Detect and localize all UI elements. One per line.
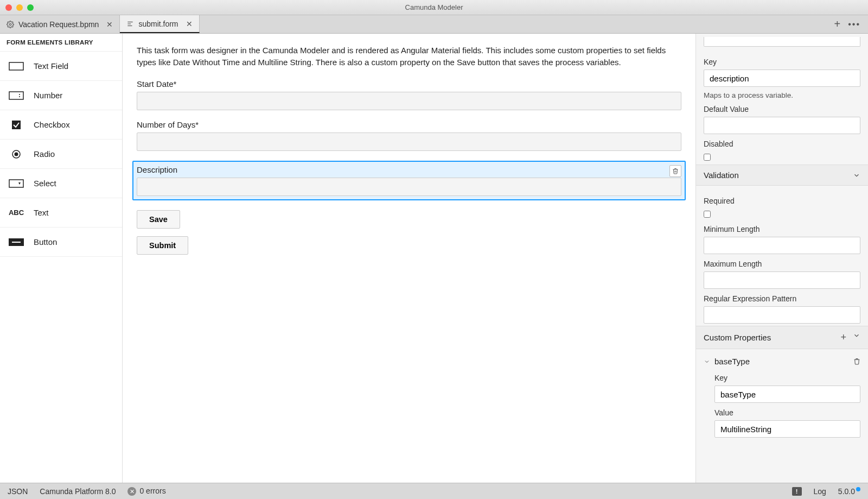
prop-maxlength-label: Maximum Length — [704, 260, 860, 268]
group-title: Validation — [704, 170, 739, 180]
svg-rect-5 — [9, 92, 23, 99]
prop-minlength-label: Minimum Length — [704, 225, 860, 233]
tab-vacation-request[interactable]: Vacation Request.bpmn ✕ — [0, 15, 120, 33]
palette-item-radio[interactable]: Radio — [0, 140, 122, 169]
prop-key-hint: Maps to a process variable. — [704, 91, 860, 99]
titlebar: Camunda Modeler — [0, 0, 868, 15]
window-title: Camunda Modeler — [0, 3, 868, 11]
prop-key-input[interactable] — [704, 70, 860, 87]
custom-value-label: Value — [714, 408, 860, 417]
field-label: Number of Days* — [137, 120, 681, 129]
tab-label: submit.form — [138, 20, 178, 28]
status-format[interactable]: JSON — [8, 487, 28, 496]
checkbox-icon — [9, 121, 24, 129]
custom-key-label: Key — [714, 374, 860, 382]
custom-property-item[interactable]: baseType — [704, 355, 860, 368]
chevron-down-icon — [853, 332, 860, 339]
prop-pattern-input[interactable] — [704, 306, 860, 324]
svg-point-0 — [9, 23, 11, 26]
prop-required-checkbox[interactable] — [704, 211, 711, 218]
tab-submit-form[interactable]: submit.form ✕ — [120, 15, 199, 33]
more-icon[interactable]: ••• — [848, 20, 860, 29]
prop-default-label: Default Value — [704, 105, 860, 113]
palette-item-label: Button — [34, 237, 57, 247]
window-close-button[interactable] — [5, 4, 12, 11]
prop-disabled-checkbox[interactable] — [704, 154, 711, 161]
palette-item-text[interactable]: ABC Text — [0, 198, 122, 228]
svg-rect-8 — [12, 121, 21, 129]
field-number-of-days[interactable]: Number of Days* — [137, 120, 681, 151]
custom-property-name: baseType — [714, 357, 750, 366]
prop-default-input[interactable] — [704, 117, 860, 134]
tab-label: Vacation Request.bpmn — [18, 20, 99, 29]
palette-item-button[interactable]: Button — [0, 228, 122, 257]
new-tab-button[interactable]: + — [834, 18, 841, 30]
status-version: 5.0.0 — [838, 487, 860, 496]
window-minimize-button[interactable] — [16, 4, 23, 11]
status-errors[interactable]: ✕0 errors — [127, 487, 165, 496]
close-icon[interactable]: ✕ — [186, 20, 193, 28]
svg-point-7 — [19, 96, 20, 97]
prop-required-label: Required — [704, 197, 860, 205]
field-label: Start Date* — [137, 79, 681, 89]
select-icon — [9, 179, 24, 188]
custom-properties-group-header[interactable]: Custom Properties + — [696, 326, 868, 349]
close-icon[interactable]: ✕ — [106, 20, 113, 29]
field-start-date[interactable]: Start Date* — [137, 79, 681, 110]
textfield-icon — [9, 62, 24, 71]
form-icon — [126, 20, 134, 28]
error-icon: ✕ — [127, 487, 136, 496]
prop-disabled-label: Disabled — [704, 140, 860, 148]
field-input-preview — [137, 132, 681, 151]
prop-pattern-label: Regular Expression Pattern — [704, 294, 860, 303]
prop-minlength-input[interactable] — [704, 237, 860, 254]
palette-item-label: Number — [34, 91, 62, 100]
field-input-preview — [137, 92, 681, 110]
palette-item-label: Checkbox — [34, 120, 70, 129]
svg-point-6 — [19, 94, 20, 95]
svg-rect-11 — [9, 180, 23, 187]
text-icon: ABC — [9, 209, 24, 217]
status-log[interactable]: Log — [814, 487, 826, 496]
add-custom-property-button[interactable]: + — [840, 332, 846, 343]
prop-maxlength-input[interactable] — [704, 271, 860, 289]
window-maximize-button[interactable] — [27, 4, 34, 11]
custom-key-input[interactable] — [714, 386, 860, 403]
palette-item-label: Text — [34, 208, 49, 217]
status-platform[interactable]: Camunda Platform 8.0 — [40, 487, 116, 496]
field-input-preview — [137, 178, 681, 196]
field-description[interactable]: Description — [132, 161, 686, 200]
svg-point-10 — [15, 152, 18, 156]
chevron-down-icon — [704, 358, 710, 365]
palette-item-textfield[interactable]: Text Field — [0, 52, 122, 81]
trash-icon — [853, 357, 860, 365]
svg-rect-4 — [9, 62, 23, 70]
form-elements-palette: FORM ELEMENTS LIBRARY Text Field Number … — [0, 34, 123, 483]
radio-icon — [9, 150, 24, 159]
button-icon — [9, 238, 24, 246]
custom-value-input[interactable] — [714, 420, 860, 438]
number-icon — [9, 91, 24, 100]
palette-item-label: Radio — [34, 149, 55, 159]
form-submit-button[interactable]: Submit — [137, 236, 188, 255]
prop-key-label: Key — [704, 58, 860, 66]
palette-item-label: Text Field — [34, 61, 68, 71]
feedback-icon[interactable]: ! — [792, 487, 802, 496]
gear-icon — [7, 21, 14, 28]
palette-item-checkbox[interactable]: Checkbox — [0, 110, 122, 140]
update-indicator-icon — [856, 487, 860, 491]
properties-panel: Key Maps to a process variable. Default … — [695, 34, 868, 483]
palette-item-select[interactable]: Select — [0, 169, 122, 198]
form-save-button[interactable]: Save — [137, 210, 180, 229]
validation-group-header[interactable]: Validation — [696, 165, 868, 186]
form-canvas[interactable]: This task form was designer in the Camun… — [123, 34, 695, 483]
delete-field-button[interactable] — [669, 165, 681, 177]
palette-header: FORM ELEMENTS LIBRARY — [0, 34, 122, 52]
palette-item-number[interactable]: Number — [0, 81, 122, 110]
trash-icon — [672, 167, 679, 175]
form-description-text: This task form was designer in the Camun… — [137, 45, 679, 68]
truncated-input — [704, 37, 860, 47]
delete-custom-property-button[interactable] — [853, 357, 860, 365]
status-bar: JSON Camunda Platform 8.0 ✕0 errors ! Lo… — [0, 483, 868, 499]
chevron-down-icon — [853, 172, 860, 179]
